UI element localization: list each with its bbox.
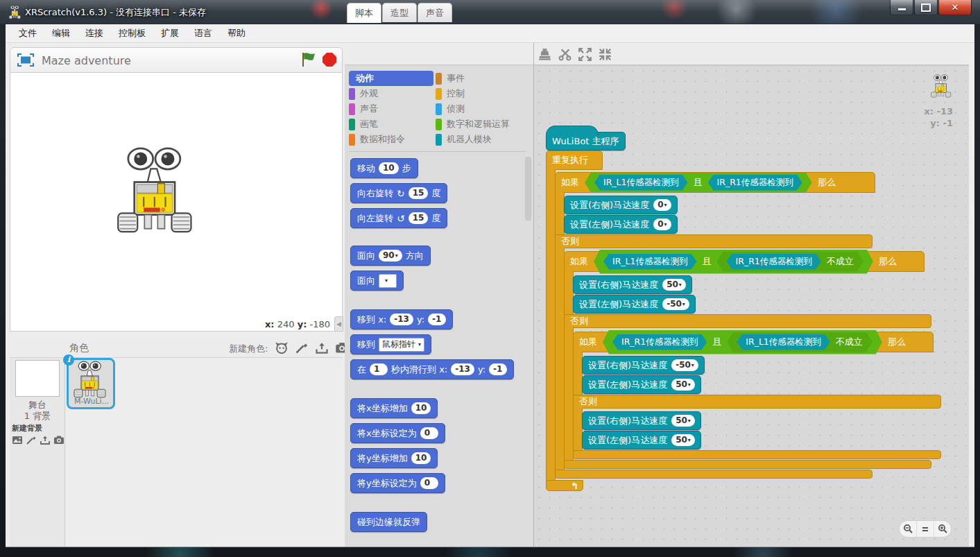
value-input[interactable]: -13	[451, 363, 474, 375]
value-input[interactable]: 15	[409, 212, 429, 224]
palette-scrollbar[interactable]	[525, 157, 531, 221]
set-left-motor-block[interactable]: 设置(左侧)马达速度 50▾	[582, 431, 701, 449]
project-title[interactable]: Maze adventure	[42, 54, 131, 67]
menu-file[interactable]: 文件	[11, 24, 44, 42]
sensor-boolean-r1[interactable]: IR_R1传感器检测到	[727, 254, 821, 270]
set-right-motor-block[interactable]: 设置(右侧)马达速度 50▾	[582, 411, 701, 430]
motor-speed-value[interactable]: 50	[676, 379, 687, 391]
picture-icon[interactable]	[12, 434, 23, 445]
shrink-icon[interactable]	[599, 48, 612, 61]
value-input[interactable]: 0	[420, 427, 438, 439]
maximize-button[interactable]	[914, 0, 938, 15]
palette-block-8[interactable]: 在1秒内滑行到 x:-13y:-1	[350, 359, 514, 379]
sprite-info-badge[interactable]: i	[63, 354, 74, 366]
menu-edit[interactable]: 编辑	[44, 24, 78, 42]
close-button[interactable]: ✕	[938, 0, 972, 15]
motor-speed-value[interactable]: -50	[667, 298, 682, 310]
dropdown-select[interactable]: 鼠标指针▾	[379, 338, 424, 352]
menu-extensions[interactable]: 扩展	[153, 24, 187, 42]
stage-sprite-wulibot[interactable]	[117, 146, 194, 231]
value-input[interactable]: 10	[411, 452, 431, 464]
motor-speed-value[interactable]: 50	[676, 434, 687, 446]
category-10[interactable]: 机器人模块	[436, 132, 520, 147]
minimize-button[interactable]	[890, 0, 913, 15]
fullscreen-icon[interactable]	[17, 53, 34, 67]
new-sprite-library-icon[interactable]	[275, 341, 289, 354]
value-input[interactable]: 90▾	[379, 250, 402, 262]
tab-costumes[interactable]: 造型	[382, 3, 417, 22]
motor-speed-value[interactable]: 50	[676, 415, 687, 427]
category-1[interactable]: 动作	[349, 71, 433, 86]
script-canvas[interactable]: x: -13 y: -1 WuLiBot 主程序 重复执行 ↰ 如果 IR_L1…	[534, 65, 969, 547]
hat-block-wulibot-main[interactable]: WuLiBot 主程序	[546, 132, 626, 151]
set-right-motor-block[interactable]: 设置(右侧)马达速度 0▾	[564, 196, 678, 214]
value-input[interactable]: -1	[489, 363, 507, 375]
upload-icon[interactable]	[40, 434, 51, 445]
grow-icon[interactable]	[578, 48, 592, 61]
paintbrush-icon[interactable]	[26, 434, 37, 445]
palette-block-12[interactable]: 将y坐标设定为0	[350, 473, 445, 493]
if-block-1[interactable]: 如果 IR_L1传感器检测到 且 IR_R1传感器检测到 那么	[555, 172, 875, 193]
motor-speed-value[interactable]: 0	[657, 199, 663, 211]
set-right-motor-block[interactable]: 设置(右侧)马达速度 50▾	[573, 275, 692, 294]
camera-icon[interactable]	[53, 434, 65, 445]
menu-language[interactable]: 语言	[187, 24, 220, 42]
sensor-boolean-r1[interactable]: IR_R1传感器检测到	[708, 175, 802, 191]
if-block-3[interactable]: 如果 IR_R1传感器检测到 且 IR_L1传感器检测到 不成立 那么	[573, 332, 934, 352]
category-3[interactable]: 声音	[349, 101, 433, 117]
panel-collapse-arrow[interactable]: ◀	[334, 316, 343, 332]
tab-sounds[interactable]: 声音	[418, 3, 452, 22]
palette-block-3[interactable]: 向左旋转↺15度	[350, 208, 447, 228]
sprite-thumbnail[interactable]	[74, 361, 107, 397]
and-boolean-3[interactable]: IR_R1传感器检测到 且 IR_L1传感器检测到 不成立	[603, 330, 882, 354]
category-4[interactable]: 画笔	[349, 117, 433, 132]
palette-block-1[interactable]: 移动10步	[350, 158, 418, 178]
menu-help[interactable]: 帮助	[220, 24, 253, 42]
palette-block-2[interactable]: 向右旋转↻15度	[350, 183, 447, 203]
palette-block-10[interactable]: 将x坐标设定为0	[350, 423, 445, 443]
value-input[interactable]: 1	[370, 363, 388, 375]
zoom-in-button[interactable]	[934, 521, 951, 537]
sensor-boolean-l1[interactable]: IR_L1传感器检测到	[603, 254, 697, 270]
palette-block-13[interactable]: 碰到边缘就反弹	[350, 512, 427, 532]
tab-scripts[interactable]: 脚本	[347, 3, 381, 23]
and-boolean-2[interactable]: IR_L1传感器检测到 且 IR_R1传感器检测到 不成立	[594, 250, 873, 274]
category-7[interactable]: 控制	[436, 86, 520, 101]
set-left-motor-block[interactable]: 设置(左侧)马达速度 50▾	[582, 375, 701, 394]
set-left-motor-block[interactable]: 设置(左侧)马达速度 -50▾	[573, 295, 696, 314]
not-boolean[interactable]: IR_R1传感器检测到 不成立	[717, 252, 863, 272]
value-input[interactable]: 15	[409, 187, 429, 199]
zoom-reset-button[interactable]	[916, 521, 934, 537]
category-9[interactable]: 数字和逻辑运算	[436, 117, 520, 132]
category-8[interactable]: 侦测	[436, 101, 520, 117]
sensor-boolean-l1[interactable]: IR_L1传感器检测到	[737, 334, 830, 350]
palette-block-5[interactable]: 面向▾	[350, 271, 404, 291]
if-block-2[interactable]: 如果 IR_L1传感器检测到 且 IR_R1传感器检测到 不成立 那么	[564, 251, 925, 272]
menu-board[interactable]: 控制板	[111, 24, 153, 42]
dropdown-select[interactable]: ▾	[379, 274, 397, 288]
stage-thumbnail[interactable]	[15, 360, 60, 397]
motor-speed-value[interactable]: 50	[667, 279, 678, 291]
palette-block-11[interactable]: 将y坐标增加10	[350, 448, 438, 468]
value-input[interactable]: 10	[379, 162, 399, 174]
set-left-motor-block[interactable]: 设置(左侧)马达速度 0▾	[564, 215, 678, 234]
menu-connect[interactable]: 连接	[78, 24, 111, 42]
set-right-motor-block[interactable]: 设置(右侧)马达速度 -50▾	[582, 356, 705, 375]
paintbrush-icon[interactable]	[295, 341, 309, 354]
palette-block-6[interactable]: 移到 x:-13y:-1	[350, 309, 453, 329]
category-6[interactable]: 事件	[436, 71, 520, 86]
green-flag-icon[interactable]	[301, 52, 316, 67]
motor-speed-value[interactable]: 0	[657, 218, 663, 230]
upload-icon[interactable]	[315, 341, 329, 354]
value-input[interactable]: -1	[428, 314, 446, 325]
value-input[interactable]: 0	[420, 477, 438, 489]
category-5[interactable]: 数据和指令	[349, 132, 433, 147]
palette-block-9[interactable]: 将x坐标增加10	[350, 398, 438, 418]
motor-speed-value[interactable]: -50	[676, 359, 691, 371]
value-input[interactable]: 10	[411, 402, 431, 414]
sensor-boolean-l1[interactable]: IR_L1传感器检测到	[594, 175, 688, 191]
sensor-boolean-r1[interactable]: IR_R1传感器检测到	[612, 334, 707, 350]
forever-block[interactable]: 重复执行	[546, 151, 603, 170]
stop-icon[interactable]	[323, 53, 336, 67]
scissors-icon[interactable]	[558, 48, 571, 61]
